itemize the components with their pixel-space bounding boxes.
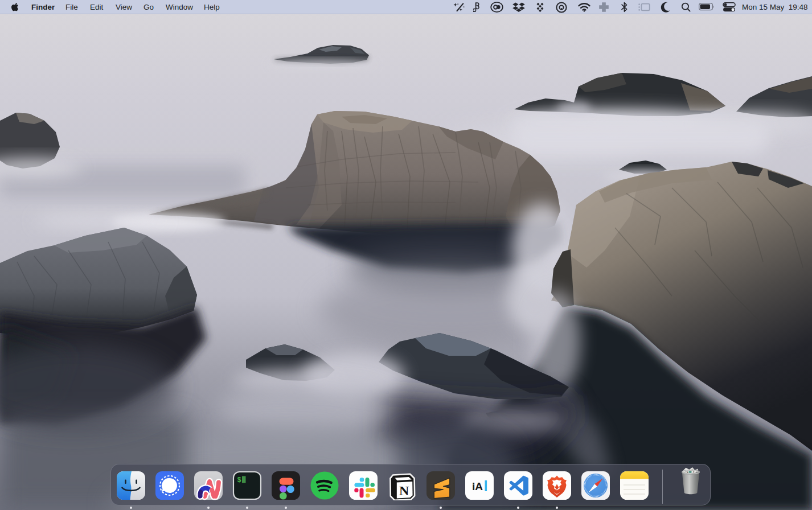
svg-text:N: N: [399, 483, 409, 498]
svg-text:$: $: [237, 476, 241, 484]
svg-text:iA: iA: [472, 480, 483, 492]
